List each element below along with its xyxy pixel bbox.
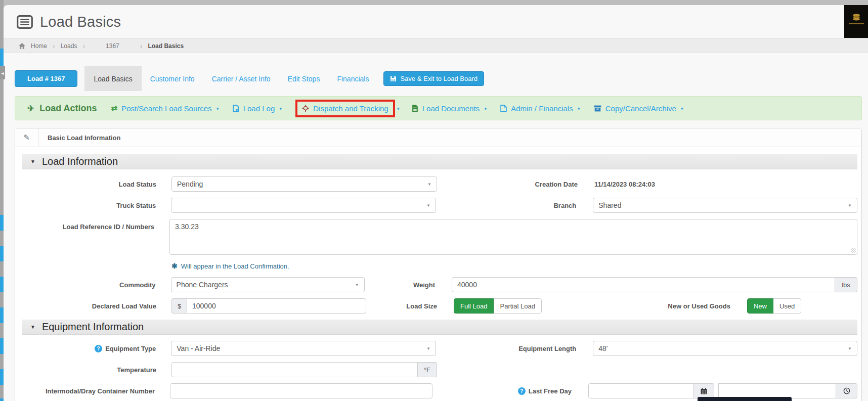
menu-load-documents[interactable]: Load Documents ▾ [412, 104, 487, 113]
menu-label: Copy/Cancel/Archive [605, 104, 676, 113]
tab-load-basics[interactable]: Load Basics [84, 66, 141, 91]
home-icon [19, 43, 25, 49]
last-free-day-time-input[interactable] [718, 383, 836, 398]
partial-tooltip [698, 397, 792, 401]
menu-post-search-load-sources[interactable]: ⇄ Post/Search Load Sources ▾ [111, 104, 219, 113]
panel-header: ✎ Basic Load Information [15, 128, 861, 147]
dropdown-caret-icon: ▼ [426, 346, 430, 351]
panel-title: Basic Load Information [38, 128, 120, 147]
dropdown-caret-icon: ▼ [355, 283, 359, 287]
rail-segment [0, 277, 4, 292]
section-load-information[interactable]: ▼ Load Information [22, 154, 857, 169]
load-reference-textarea[interactable]: 3.30.23 [169, 219, 857, 255]
menu-load-log[interactable]: Load Log ▾ [233, 104, 282, 113]
plane-icon: ✈ [27, 103, 34, 114]
time-picker-button[interactable] [836, 383, 857, 398]
caret-down-icon: ▾ [484, 106, 487, 111]
menu-label: Load Documents [422, 104, 480, 113]
load-size-full-button[interactable]: Full Load [454, 298, 494, 314]
truck-status-label: Truck Status [22, 198, 156, 209]
basic-load-information-panel: ✎ Basic Load Information ▼ Load Informat… [15, 128, 862, 401]
intermodal-input[interactable] [170, 383, 432, 398]
branch-select[interactable]: Shared ▼ [593, 198, 857, 213]
calendar-picker-button[interactable] [694, 383, 714, 398]
caret-down-icon: ▾ [216, 106, 219, 111]
equipment-type-value: Van - Air-Ride [177, 344, 220, 352]
save-exit-button[interactable]: Save & Exit to Load Board [383, 71, 484, 86]
last-free-day-date-input[interactable] [588, 383, 694, 398]
last-free-day-label: Last Free Day [529, 387, 572, 395]
declared-load-value-input[interactable] [187, 298, 366, 314]
menu-label: Admin / Financials [511, 104, 573, 113]
section-equipment-information[interactable]: ▼ Equipment Information [22, 320, 857, 335]
new-or-used-label: New or Used Goods [542, 298, 730, 310]
load-actions-title-label: Load Actions [39, 103, 97, 114]
list-icon [17, 15, 33, 29]
tab-customer-info[interactable]: Customer Info [142, 66, 203, 91]
dropdown-caret-icon: ▼ [427, 182, 431, 187]
dropdown-caret-icon: ▼ [426, 203, 430, 208]
crosshairs-icon [302, 105, 309, 112]
breadcrumb-home[interactable]: Home [31, 42, 47, 50]
creation-date-value: 11/14/2023 08:24:03 [594, 176, 655, 188]
load-status-select[interactable]: Pending ▼ [171, 176, 437, 192]
rail-segment [0, 369, 4, 385]
load-confirmation-note: ✱ Will appear in the Load Confirmation. [171, 262, 857, 270]
menu-copy-cancel-archive[interactable]: Copy/Cancel/Archive ▾ [594, 104, 683, 113]
caret-down-icon: ▾ [279, 106, 282, 111]
breadcrumb-loads[interactable]: Loads [61, 42, 77, 50]
caret-down-icon: ▾ [681, 106, 683, 111]
equipment-type-select[interactable]: Van - Air-Ride ▼ [171, 341, 436, 356]
chevron-separator-icon: › [140, 42, 143, 50]
chevron-separator-icon: › [82, 42, 85, 50]
caret-down-icon: ▾ [578, 106, 580, 111]
load-number-button[interactable]: Load # 1367 [15, 70, 77, 87]
new-goods-button[interactable]: New [747, 298, 773, 314]
tab-carrier-asset-info[interactable]: Carrier / Asset Info [203, 66, 279, 91]
load-size-label: Load Size [366, 298, 437, 310]
help-icon[interactable]: ? [95, 345, 102, 352]
equipment-length-label: Equipment Length [436, 341, 576, 352]
note-text: Will appear in the Load Confirmation. [181, 262, 289, 270]
tab-financials[interactable]: Financials [328, 66, 377, 91]
section-title: Load Information [42, 156, 118, 167]
dropdown-caret-icon: ▼ [848, 203, 852, 208]
breadcrumb-load-number[interactable]: 1367 [106, 42, 119, 50]
document-icon [412, 105, 418, 112]
clock-icon [843, 387, 850, 394]
load-size-toggle: Full Load Partial Load [454, 298, 542, 314]
sidebar-collapse-toggle[interactable]: ◂ [0, 66, 5, 79]
caret-down-icon: ▾ [397, 106, 400, 111]
menu-admin-financials[interactable]: Admin / Financials ▾ [500, 104, 580, 113]
commodity-select[interactable]: Phone Chargers ▼ [171, 277, 365, 292]
calendar-icon [701, 388, 707, 394]
edit-panel-button[interactable]: ✎ [15, 128, 38, 147]
load-actions-title: ✈ Load Actions [27, 103, 97, 114]
equipment-type-label: Equipment Type [105, 345, 156, 352]
equipment-length-select[interactable]: 48' ▼ [593, 341, 857, 356]
red-highlight-box: Dispatch and Tracking [295, 100, 395, 117]
commodity-label: Commodity [22, 277, 156, 289]
temperature-input[interactable] [171, 362, 418, 377]
equipment-length-value: 48' [598, 344, 607, 352]
load-size-partial-button[interactable]: Partial Load [493, 298, 541, 314]
menu-dispatch-and-tracking[interactable]: Dispatch and Tracking ▾ [295, 100, 399, 117]
tab-edit-stops[interactable]: Edit Stops [279, 66, 329, 91]
save-exit-label: Save & Exit to Load Board [400, 75, 477, 82]
refresh-icon: ⇄ [111, 104, 118, 113]
help-icon[interactable]: ? [518, 387, 526, 395]
truck-status-select[interactable]: ▼ [171, 198, 436, 213]
weight-unit-addon: lbs [835, 277, 857, 292]
rail-segment [0, 398, 4, 401]
file-log-icon [233, 105, 239, 112]
chevron-separator-icon: › [53, 42, 55, 50]
used-goods-button[interactable]: Used [773, 298, 801, 314]
tab-strip: Load # 1367 Load Basics Customer Info Ca… [4, 66, 868, 91]
creation-date-label: Creation Date [437, 176, 578, 188]
collapse-caret-icon: ▼ [30, 324, 35, 330]
asterisk-icon: ✱ [171, 262, 178, 270]
weight-input[interactable] [452, 277, 835, 292]
load-actions-bar: ✈ Load Actions ⇄ Post/Search Load Source… [15, 96, 862, 120]
load-reference-label: Load Reference ID / Numbers [22, 219, 154, 231]
load-information-form: Load Status Pending ▼ Creation Date 11/1… [22, 169, 857, 314]
